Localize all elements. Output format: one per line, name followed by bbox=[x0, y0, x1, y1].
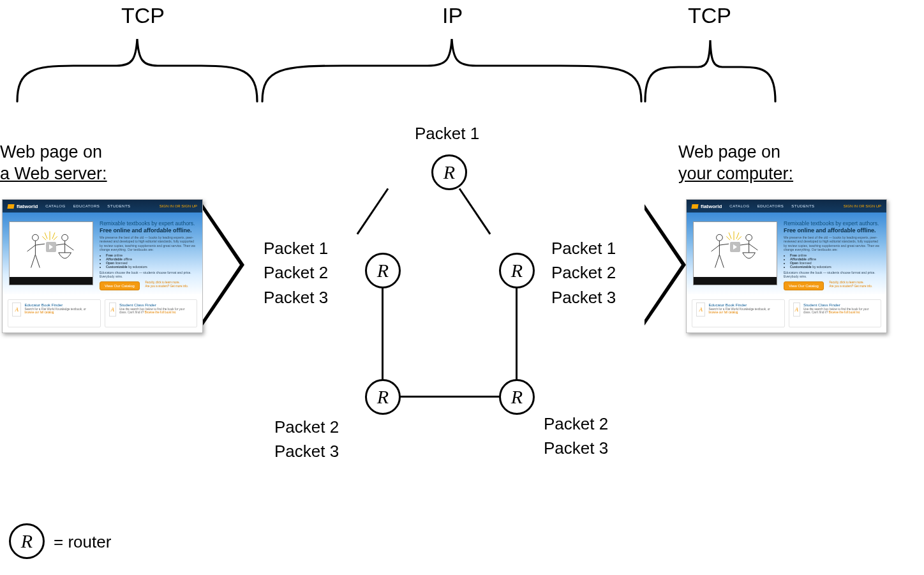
svg-line-11 bbox=[45, 232, 47, 239]
svg-line-9 bbox=[65, 244, 74, 250]
router-mid-left: R bbox=[365, 253, 401, 288]
hero-p: We preserve the best of the old — books … bbox=[100, 235, 197, 251]
hero-cta: View Our Catalog bbox=[100, 281, 140, 290]
svg-point-21 bbox=[746, 234, 752, 241]
svg-point-15 bbox=[717, 234, 723, 241]
webcard-topbar: flatworld CATALOG EDUCATORS STUDENTS SIG… bbox=[3, 200, 202, 213]
svg-point-6 bbox=[62, 234, 68, 241]
exit-packets: Packet 1 Packet 2 Packet 3 bbox=[551, 236, 616, 310]
edge-bl-br bbox=[399, 396, 500, 398]
top-packet-label: Packet 1 bbox=[415, 124, 479, 144]
bottom-left-packet-2: Packet 2 bbox=[274, 415, 339, 439]
svg-line-29 bbox=[738, 236, 741, 240]
label-webpage-client-l2: your computer: bbox=[678, 164, 793, 183]
brand-text: flatworld bbox=[17, 204, 38, 209]
edge-top-ml bbox=[357, 188, 389, 235]
play-icon bbox=[46, 242, 56, 252]
label-webpage-client: Web page on your computer: bbox=[678, 142, 793, 185]
router-mid-right: R bbox=[499, 253, 535, 288]
signin-link: SIGN IN OR SIGN UP bbox=[160, 204, 197, 208]
bottom-right-packets: Packet 2 Packet 3 bbox=[544, 412, 608, 461]
edge-mr-br bbox=[516, 287, 518, 380]
svg-line-26 bbox=[729, 232, 731, 239]
edge-top-mr bbox=[459, 188, 491, 235]
svg-line-2 bbox=[31, 255, 36, 268]
router-bot-right: R bbox=[499, 379, 535, 415]
svg-line-18 bbox=[719, 255, 724, 268]
nav-educators: EDUCATORS bbox=[73, 204, 100, 208]
router-bot-left: R bbox=[365, 379, 401, 415]
webpage-server-card: flatworld CATALOG EDUCATORS STUDENTS SIG… bbox=[2, 199, 203, 333]
entry-packets: Packet 1 Packet 2 Packet 3 bbox=[264, 236, 328, 310]
svg-line-8 bbox=[56, 244, 65, 245]
entry-packet-3: Packet 3 bbox=[264, 285, 328, 310]
brace-left bbox=[16, 36, 258, 103]
bottom-left-packets: Packet 2 Packet 3 bbox=[274, 415, 339, 464]
hero-h1: Remixable textbooks by expert authors. bbox=[100, 220, 197, 227]
label-webpage-client-l1: Web page on bbox=[678, 142, 780, 161]
nav-students: STUDENTS bbox=[107, 204, 130, 208]
svg-line-14 bbox=[54, 236, 57, 240]
arrowhead-right bbox=[645, 204, 686, 325]
edge-ml-bl bbox=[382, 287, 384, 380]
brace-right bbox=[643, 36, 777, 103]
hero-p2: Educators choose the book — students cho… bbox=[100, 271, 197, 278]
svg-line-5 bbox=[35, 244, 45, 245]
hero-bullets: Free online Affordable offline Open lice… bbox=[100, 253, 197, 269]
webcard-finders: AEducator Book FinderSearch for a Flat W… bbox=[3, 294, 202, 332]
router-top: R bbox=[431, 154, 467, 190]
brace-middle bbox=[260, 36, 643, 103]
svg-line-12 bbox=[52, 232, 55, 239]
svg-line-27 bbox=[736, 232, 739, 239]
bottom-left-packet-3: Packet 3 bbox=[274, 439, 339, 463]
svg-line-23 bbox=[740, 244, 749, 245]
exit-packet-2: Packet 2 bbox=[551, 260, 616, 285]
heading-tcp-right: TCP bbox=[688, 3, 731, 28]
bottom-right-packet-3: Packet 3 bbox=[544, 436, 608, 460]
heading-ip: IP bbox=[442, 3, 463, 28]
arrowhead-left bbox=[203, 204, 244, 325]
nav-catalog: CATALOG bbox=[45, 204, 65, 208]
svg-line-13 bbox=[42, 236, 46, 240]
svg-line-4 bbox=[27, 245, 36, 251]
webpage-client-card: flatworld CATALOG EDUCATORS STUDENTS SIG… bbox=[686, 199, 887, 333]
hero-h2: Free online and affordable offline. bbox=[100, 227, 197, 234]
exit-packet-3: Packet 3 bbox=[551, 285, 616, 310]
diagram-root: TCP IP TCP Web page on a Web server: Web… bbox=[0, 0, 924, 575]
webcard-hero: Remixable textbooks by expert authors. F… bbox=[3, 213, 202, 295]
bottom-right-packet-2: Packet 2 bbox=[544, 412, 608, 436]
svg-line-24 bbox=[749, 244, 758, 250]
label-webpage-server: Web page on a Web server: bbox=[0, 142, 107, 185]
svg-line-19 bbox=[712, 245, 720, 251]
hero-video bbox=[9, 221, 93, 285]
entry-packet-1: Packet 1 bbox=[264, 236, 328, 260]
exit-packet-1: Packet 1 bbox=[551, 236, 616, 260]
legend-router-node: R bbox=[9, 523, 45, 559]
svg-line-17 bbox=[715, 255, 720, 268]
legend-text: = router bbox=[54, 532, 111, 552]
svg-line-28 bbox=[726, 236, 730, 240]
play-icon bbox=[730, 242, 740, 252]
svg-point-0 bbox=[33, 234, 39, 241]
entry-packet-2: Packet 2 bbox=[264, 260, 328, 285]
svg-line-20 bbox=[719, 244, 729, 245]
label-webpage-server-l2: a Web server: bbox=[0, 164, 107, 183]
label-webpage-server-l1: Web page on bbox=[0, 142, 102, 161]
heading-tcp-left: TCP bbox=[121, 3, 165, 28]
svg-line-3 bbox=[35, 255, 40, 268]
